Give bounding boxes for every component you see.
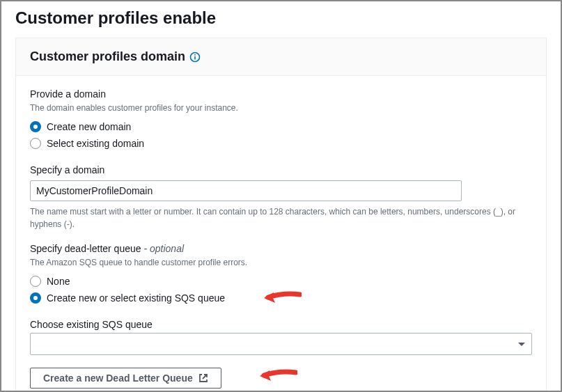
radio-create-new-domain[interactable]: Create new domain [30, 118, 532, 135]
annotation-arrow-icon [258, 366, 297, 387]
radio-group-provide-domain: Create new domain Select existing domain [30, 118, 532, 152]
radio-label-create-new: Create new domain [47, 121, 131, 132]
panel-heading: Customer profiles domain [30, 49, 185, 64]
external-link-icon [198, 373, 208, 383]
radio-label-select-existing: Select existing domain [47, 138, 144, 149]
sqs-queue-select[interactable] [30, 333, 532, 355]
radio-icon [30, 292, 41, 304]
label-choose-queue: Choose existing SQS queue [30, 319, 532, 330]
section-dead-letter-queue: Specify dead-letter queue - optional The… [30, 243, 532, 306]
panel-body: Provide a domain The domain enables cust… [16, 76, 546, 392]
radio-dlq-none[interactable]: None [30, 273, 532, 290]
svg-rect-2 [194, 54, 196, 56]
section-provide-domain: Provide a domain The domain enables cust… [30, 88, 532, 152]
hint-provide-domain: The domain enables customer profiles for… [30, 102, 532, 114]
radio-label-dlq-none: None [47, 276, 70, 287]
page-container: Customer profiles enable Customer profil… [0, 0, 562, 392]
panel-header: Customer profiles domain [16, 38, 546, 76]
row-create-dlq: Create a new Dead Letter Queue [30, 368, 532, 389]
dlq-optional-tag: - optional [143, 243, 184, 254]
radio-group-dlq: None Create new or select existing SQS q… [30, 273, 532, 306]
radio-icon [30, 138, 41, 149]
button-label: Create a new Dead Letter Queue [43, 373, 193, 384]
hint-specify-domain: The name must start with a letter or num… [30, 205, 532, 230]
radio-icon [30, 121, 41, 132]
section-choose-queue: Choose existing SQS queue [30, 319, 532, 355]
dlq-label-text: Specify dead-letter queue [30, 243, 141, 254]
panel-customer-profiles-domain: Customer profiles domain Provide a domai… [15, 38, 547, 392]
label-dead-letter-queue: Specify dead-letter queue - optional [30, 243, 532, 254]
radio-dlq-create-or-select[interactable]: Create new or select existing SQS queue [30, 290, 225, 306]
info-icon[interactable] [189, 52, 201, 63]
domain-name-input[interactable] [30, 180, 462, 201]
caret-down-icon [517, 338, 526, 350]
create-dead-letter-queue-button[interactable]: Create a new Dead Letter Queue [30, 368, 221, 389]
annotation-arrow-icon [263, 290, 302, 308]
radio-label-dlq-create: Create new or select existing SQS queue [47, 292, 225, 304]
hint-dead-letter-queue: The Amazon SQS queue to handle customer … [30, 256, 532, 269]
radio-icon [30, 276, 41, 287]
label-provide-domain: Provide a domain [30, 88, 532, 100]
label-specify-domain: Specify a domain [30, 164, 532, 175]
page-title: Customer profiles enable [1, 1, 561, 38]
svg-rect-1 [194, 56, 196, 60]
section-specify-domain: Specify a domain The name must start wit… [30, 164, 532, 230]
radio-select-existing-domain[interactable]: Select existing domain [30, 135, 532, 152]
